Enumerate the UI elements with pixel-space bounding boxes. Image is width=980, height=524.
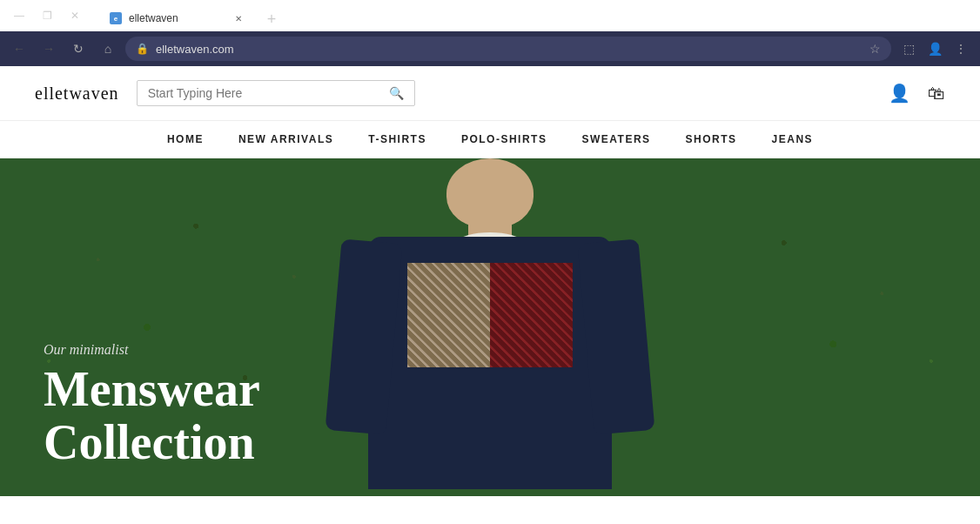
address-bar[interactable]: 🔒 elletwaven.com ☆ xyxy=(125,37,891,61)
secure-icon: 🔒 xyxy=(136,43,149,55)
browser-chrome: — ❐ ✕ e elletwaven ✕ + ← → ↻ ⌂ 🔒 elletwa… xyxy=(0,0,980,66)
browser-navbar: ← → ↻ ⌂ 🔒 elletwaven.com ☆ ⬚ 👤 ⋮ xyxy=(0,31,980,66)
bookmark-icon: ☆ xyxy=(869,42,881,56)
extensions-button[interactable]: ⬚ xyxy=(896,37,921,61)
forward-button[interactable]: → xyxy=(37,37,61,61)
restore-button[interactable]: ❐ xyxy=(35,5,59,26)
active-tab[interactable]: e elletwaven ✕ xyxy=(99,5,256,31)
nav-item-sweaters[interactable]: SWEATERS xyxy=(581,133,650,145)
tab-favicon: e xyxy=(110,12,122,24)
hero-subtitle: Our minimalist xyxy=(44,342,260,358)
search-icon: 🔍 xyxy=(389,86,404,100)
nav-item-t-shirts[interactable]: T-SHIRTS xyxy=(368,133,426,145)
minimize-button[interactable]: — xyxy=(7,5,31,26)
search-bar[interactable]: 🔍 xyxy=(137,80,415,106)
nav-item-jeans[interactable]: JEANS xyxy=(772,133,814,145)
hero-title-line1: Menswear xyxy=(44,362,260,416)
tab-title: elletwaven xyxy=(129,12,225,24)
profile-button[interactable]: 👤 xyxy=(923,37,947,61)
hero-section: Our minimalist Menswear Collection xyxy=(0,158,980,496)
browser-extra-buttons: ⬚ 👤 ⋮ xyxy=(896,37,973,61)
website-content: elletwaven 🔍 👤 🛍 HOME NEW ARRIVALS T-SHI… xyxy=(0,66,980,496)
tab-bar: e elletwaven ✕ + xyxy=(92,0,291,31)
search-input[interactable] xyxy=(148,86,382,100)
menu-button[interactable]: ⋮ xyxy=(949,37,973,61)
hero-text: Our minimalist Menswear Collection xyxy=(44,342,260,470)
site-navigation: HOME NEW ARRIVALS T-SHIRTS POLO-SHIRTS S… xyxy=(0,121,980,158)
browser-titlebar: — ❐ ✕ e elletwaven ✕ + xyxy=(0,0,980,31)
hero-person-image xyxy=(333,158,647,496)
shopping-cart-icon[interactable]: 🛍 xyxy=(928,84,945,104)
tab-close-button[interactable]: ✕ xyxy=(232,11,245,25)
new-tab-button[interactable]: + xyxy=(259,7,284,31)
header-icons: 👤 🛍 xyxy=(889,83,945,104)
home-button[interactable]: ⌂ xyxy=(96,37,120,61)
hero-title-line2: Collection xyxy=(44,415,255,469)
back-button[interactable]: ← xyxy=(7,37,31,61)
nav-item-home[interactable]: HOME xyxy=(167,133,204,145)
nav-item-new-arrivals[interactable]: NEW ARRIVALS xyxy=(238,133,333,145)
site-logo[interactable]: elletwaven xyxy=(35,84,119,104)
hero-title: Menswear Collection xyxy=(44,363,260,470)
user-account-icon[interactable]: 👤 xyxy=(889,83,910,104)
address-text: elletwaven.com xyxy=(156,43,863,56)
nav-item-polo-shirts[interactable]: POLO-SHIRTS xyxy=(461,133,547,145)
site-header: elletwaven 🔍 👤 🛍 xyxy=(0,66,980,121)
close-button[interactable]: ✕ xyxy=(63,5,87,26)
window-controls: — ❐ ✕ xyxy=(7,5,87,26)
nav-item-shorts[interactable]: SHORTS xyxy=(686,133,737,145)
reload-button[interactable]: ↻ xyxy=(66,37,91,61)
